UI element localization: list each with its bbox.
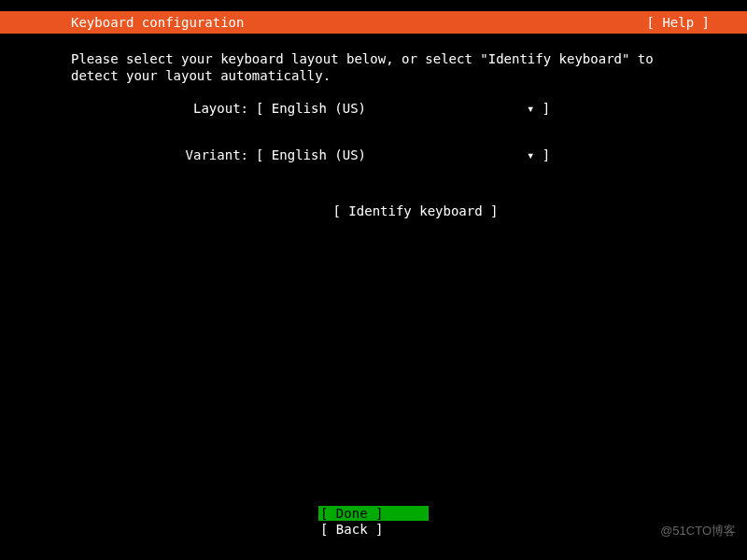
identify-row: [ Identify keyboard ]	[71, 203, 676, 218]
variant-row: Variant: [ English (US) ▾ ]	[153, 147, 676, 162]
watermark: @51CTO博客	[660, 523, 736, 539]
layout-select[interactable]: [ English (US) ▾ ]	[256, 101, 550, 116]
layout-label: Layout:	[153, 101, 256, 116]
identify-keyboard-button[interactable]: [ Identify keyboard ]	[332, 203, 498, 218]
header-bar: Keyboard configuration [ Help ]	[0, 11, 747, 34]
variant-value: [ English (US)	[256, 147, 366, 162]
variant-label: Variant:	[153, 147, 256, 162]
chevron-down-icon: ▾ ]	[527, 101, 550, 116]
instruction-text: Please select your keyboard layout below…	[71, 50, 676, 84]
done-button[interactable]: [ Done ]	[318, 506, 429, 521]
chevron-down-icon: ▾ ]	[527, 147, 550, 162]
page-title: Keyboard configuration	[4, 15, 244, 30]
content-area: Please select your keyboard layout below…	[0, 34, 747, 218]
footer-buttons: [ Done ] [ Back ]	[0, 506, 747, 538]
layout-value: [ English (US)	[256, 101, 366, 116]
variant-select[interactable]: [ English (US) ▾ ]	[256, 147, 550, 162]
back-button[interactable]: [ Back ]	[318, 522, 429, 537]
help-button[interactable]: [ Help ]	[647, 15, 743, 30]
layout-row: Layout: [ English (US) ▾ ]	[153, 101, 676, 116]
